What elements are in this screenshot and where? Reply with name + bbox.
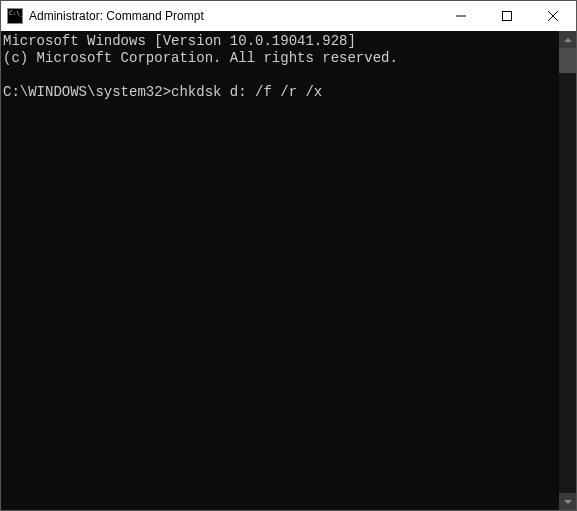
window-controls: [438, 1, 576, 31]
chevron-down-icon: [564, 500, 572, 504]
vertical-scrollbar[interactable]: [559, 31, 576, 510]
scroll-up-button[interactable]: [559, 31, 576, 48]
maximize-button[interactable]: [484, 1, 530, 31]
console-output[interactable]: Microsoft Windows [Version 10.0.19041.92…: [1, 31, 559, 510]
scroll-track[interactable]: [559, 48, 576, 493]
maximize-icon: [502, 11, 512, 21]
svg-rect-1: [503, 12, 512, 21]
scroll-down-button[interactable]: [559, 493, 576, 510]
console-command: chkdsk d: /f /r /x: [171, 84, 322, 100]
cmd-icon: [7, 8, 23, 24]
console-prompt: C:\WINDOWS\system32>: [3, 84, 171, 100]
minimize-button[interactable]: [438, 1, 484, 31]
console-line: Microsoft Windows [Version 10.0.19041.92…: [3, 33, 356, 49]
console-line: (c) Microsoft Corporation. All rights re…: [3, 50, 398, 66]
svg-marker-4: [564, 38, 572, 42]
console-area: Microsoft Windows [Version 10.0.19041.92…: [1, 31, 576, 510]
close-button[interactable]: [530, 1, 576, 31]
scroll-thumb[interactable]: [559, 48, 576, 73]
command-prompt-window: Administrator: Command Prompt Microsoft …: [0, 0, 577, 511]
titlebar[interactable]: Administrator: Command Prompt: [1, 1, 576, 31]
svg-marker-5: [564, 500, 572, 504]
title-left: Administrator: Command Prompt: [1, 8, 438, 24]
chevron-up-icon: [564, 38, 572, 42]
minimize-icon: [456, 11, 466, 21]
close-icon: [548, 11, 558, 21]
window-title: Administrator: Command Prompt: [29, 9, 204, 23]
